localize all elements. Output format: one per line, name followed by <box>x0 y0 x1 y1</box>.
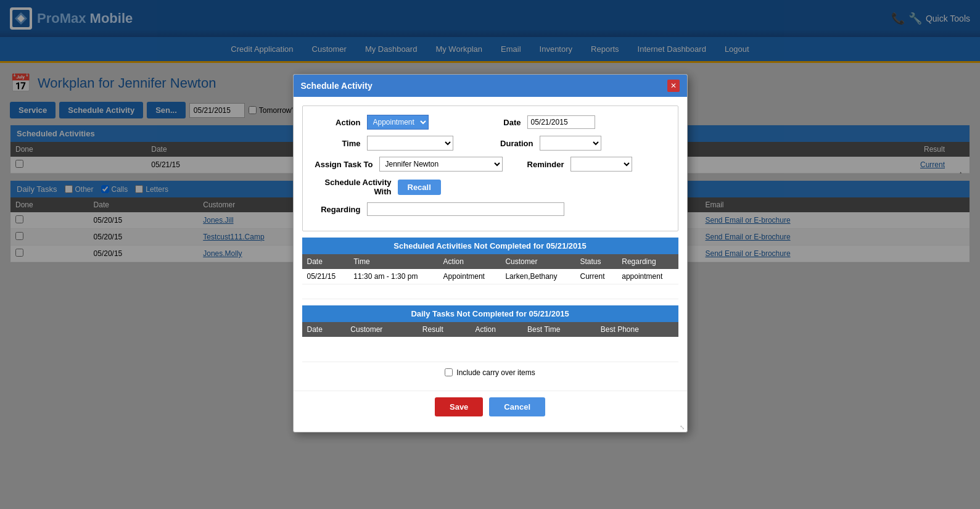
action-row: Action Appointment Call Email Letter Dat… <box>311 115 669 130</box>
scheduled-not-completed-table: Date Time Action Customer Status Regardi… <box>302 254 678 279</box>
time-select[interactable] <box>367 136 453 151</box>
duration-select[interactable] <box>540 136 601 151</box>
table-row: 05/21/15 11:30 am - 1:30 pm Appointment … <box>302 269 678 279</box>
modal-close-button[interactable]: ✕ <box>667 80 680 92</box>
reminder-select[interactable] <box>570 157 632 172</box>
date-field[interactable] <box>527 115 595 129</box>
col-customer: Customer <box>500 254 575 269</box>
assign-task-label: Assign Task To <box>311 160 373 169</box>
modal-body: Action Appointment Call Email Letter Dat… <box>294 97 687 279</box>
assign-task-select[interactable]: Jennifer Newton <box>379 157 503 172</box>
reminder-label: Reminder <box>515 160 564 169</box>
col-date: Date <box>302 254 349 269</box>
regarding-row: Regarding <box>311 202 669 216</box>
col-regarding: Regarding <box>617 254 678 269</box>
modal-title: Schedule Activity <box>301 81 373 91</box>
modal-form-section: Action Appointment Call Email Letter Dat… <box>302 106 678 231</box>
regarding-label: Regarding <box>311 205 361 214</box>
scheduled-not-completed-header: Scheduled Activities Not Completed for 0… <box>302 238 678 254</box>
schedule-activity-modal: Schedule Activity ✕ Action Appointment C… <box>293 74 688 279</box>
time-label: Time <box>311 139 361 148</box>
date-label: Date <box>484 118 521 127</box>
regarding-field[interactable] <box>367 202 564 216</box>
modal-overlay: Schedule Activity ✕ Action Appointment C… <box>0 0 980 279</box>
recall-button[interactable]: Recall <box>398 180 441 195</box>
col-status: Status <box>575 254 617 269</box>
col-time: Time <box>348 254 438 269</box>
col-action: Action <box>439 254 501 269</box>
modal-header: Schedule Activity ✕ <box>294 75 687 97</box>
scheduled-not-completed-section: Scheduled Activities Not Completed for 0… <box>302 238 678 279</box>
action-label: Action <box>311 118 361 127</box>
duration-label: Duration <box>478 139 533 148</box>
time-row: Time Duration <box>311 136 669 151</box>
action-select[interactable]: Appointment Call Email Letter <box>367 115 429 130</box>
schedule-with-label: Schedule Activity With <box>311 178 392 196</box>
assign-task-row: Assign Task To Jennifer Newton Reminder <box>311 157 669 172</box>
schedule-with-row: Schedule Activity With Recall <box>311 178 669 196</box>
